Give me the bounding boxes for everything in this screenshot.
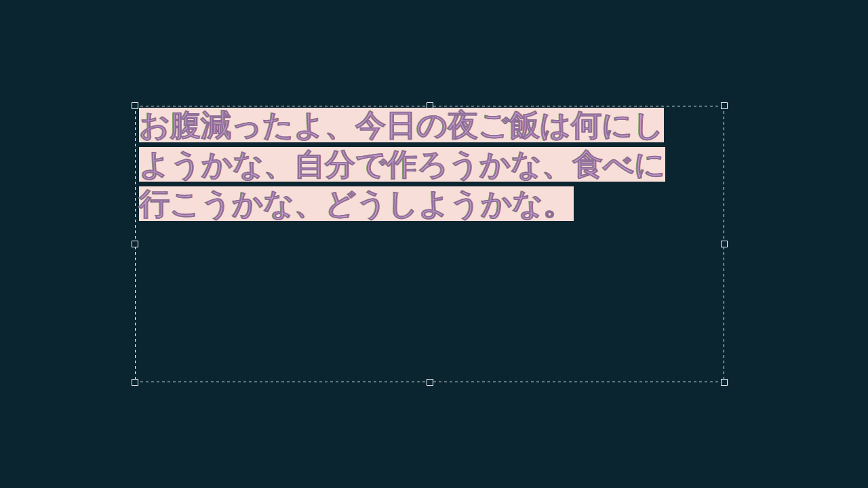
resize-handle-top-left[interactable] — [132, 102, 138, 109]
resize-handle-bottom-middle[interactable] — [427, 379, 433, 386]
resize-handle-middle-right[interactable] — [721, 241, 728, 247]
text-line: ようかな、自分で作ろうかな、食べに — [139, 147, 665, 182]
resize-handle-bottom-left[interactable] — [132, 379, 138, 386]
resize-handle-middle-left[interactable] — [132, 241, 138, 247]
text-line: 行こうかな、どうしようかな。 — [139, 186, 574, 221]
text-line: お腹減ったよ、今日の夜ご飯は何にし — [139, 108, 664, 142]
text-layer[interactable]: お腹減ったよ、今日の夜ご飯は何にし ようかな、自分で作ろうかな、食べに 行こうか… — [139, 106, 722, 224]
resize-handle-bottom-right[interactable] — [721, 379, 728, 386]
